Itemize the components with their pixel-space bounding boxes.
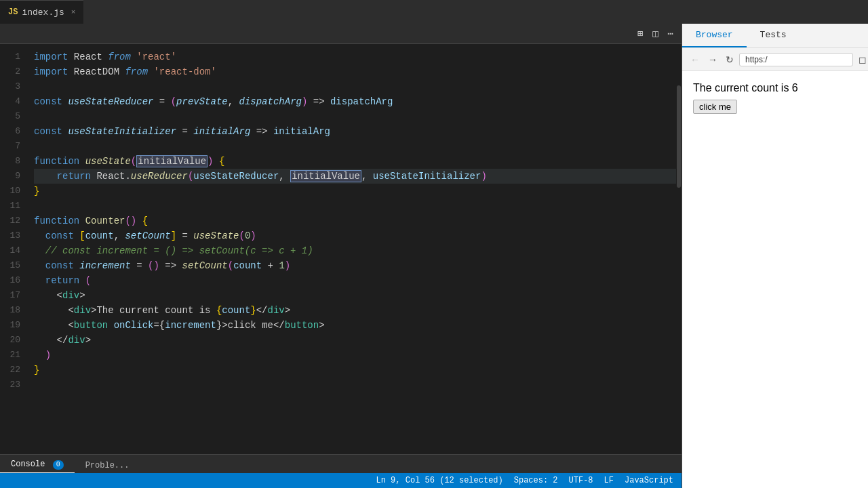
line-num-15: 15 xyxy=(0,258,20,273)
split-editor-icon[interactable]: ⊞ xyxy=(635,26,646,41)
back-button[interactable]: ← xyxy=(688,53,703,66)
code-line-23 xyxy=(34,378,676,392)
editor-area: ⊞ ◫ ⋯ 1 2 3 4 5 6 7 8 9 10 11 12 13 14 1… xyxy=(0,24,682,488)
spaces-info: Spaces: 2 xyxy=(514,476,558,485)
browser-content: The current count is 6 click me xyxy=(682,71,868,488)
bottom-panel-tabs: Console 0 Proble... xyxy=(0,454,682,473)
line-numbers: 1 2 3 4 5 6 7 8 9 10 11 12 13 14 15 16 1… xyxy=(0,44,28,454)
line-num-4: 4 xyxy=(0,94,20,109)
browser-tabs: Browser Tests xyxy=(682,24,868,48)
code-line-17: <div> xyxy=(34,288,676,303)
tab-bar: JS index.js × xyxy=(0,0,868,24)
code-line-15: const increment = () => setCount(count +… xyxy=(34,258,676,273)
code-line-2: import ReactDOM from 'react-dom' xyxy=(34,64,676,79)
code-line-16: return ( xyxy=(34,273,676,288)
line-num-2: 2 xyxy=(0,64,20,79)
line-num-14: 14 xyxy=(0,243,20,258)
right-panel: Browser Tests ← → ↻ ◻ The current count … xyxy=(682,24,868,488)
line-num-23: 23 xyxy=(0,378,20,392)
problems-tab-label: Proble... xyxy=(85,461,130,470)
code-line-6: const useStateInitializer = initialArg =… xyxy=(34,124,676,139)
scrollbar-thumb xyxy=(677,85,681,188)
code-line-4: const useStateReducer = (prevState, disp… xyxy=(34,94,676,109)
line-num-19: 19 xyxy=(0,318,20,333)
line-num-5: 5 xyxy=(0,109,20,124)
status-bar-right: Ln 9, Col 56 (12 selected) Spaces: 2 UTF… xyxy=(376,476,673,485)
language-mode: JavaScript xyxy=(625,476,673,485)
code-line-10: } xyxy=(34,184,676,199)
browser-toolbar: ← → ↻ ◻ xyxy=(682,48,868,71)
console-tab[interactable]: Console 0 xyxy=(0,457,75,473)
open-external-icon[interactable]: ◻ xyxy=(856,53,868,66)
line-num-18: 18 xyxy=(0,303,20,318)
line-num-6: 6 xyxy=(0,124,20,139)
editor-tab-index-js[interactable]: JS index.js × xyxy=(0,0,83,24)
line-num-11: 11 xyxy=(0,199,20,214)
line-num-8: 8 xyxy=(0,154,20,169)
tab-browser[interactable]: Browser xyxy=(682,24,747,47)
click-me-button[interactable]: click me xyxy=(693,100,737,114)
line-ending: LF xyxy=(604,476,614,485)
code-line-7 xyxy=(34,139,676,154)
line-num-7: 7 xyxy=(0,139,20,154)
line-num-10: 10 xyxy=(0,184,20,199)
line-num-3: 3 xyxy=(0,79,20,94)
code-line-19: <button onClick={increment}>click me</bu… xyxy=(34,318,676,333)
line-num-22: 22 xyxy=(0,363,20,378)
code-line-22: } xyxy=(34,363,676,378)
code-line-5 xyxy=(34,109,676,124)
line-num-20: 20 xyxy=(0,333,20,348)
refresh-button[interactable]: ↻ xyxy=(723,53,736,66)
line-num-1: 1 xyxy=(0,49,20,64)
line-num-17: 17 xyxy=(0,288,20,303)
code-line-8: function useState(initialValue) { xyxy=(34,154,676,169)
encoding-info: UTF-8 xyxy=(569,476,593,485)
code-line-12: function Counter() { xyxy=(34,214,676,228)
forward-button[interactable]: → xyxy=(705,53,720,66)
tab-filename: index.js xyxy=(22,7,64,18)
tab-tests[interactable]: Tests xyxy=(747,24,800,47)
status-bar: Ln 9, Col 56 (12 selected) Spaces: 2 UTF… xyxy=(0,473,682,488)
console-badge: 0 xyxy=(53,460,64,470)
tests-tab-label: Tests xyxy=(760,30,787,40)
code-line-3 xyxy=(34,79,676,94)
code-line-14: // const increment = () => setCount(c =>… xyxy=(34,243,676,258)
code-editor[interactable]: 1 2 3 4 5 6 7 8 9 10 11 12 13 14 15 16 1… xyxy=(0,44,682,454)
line-num-13: 13 xyxy=(0,228,20,243)
code-line-21: ) xyxy=(34,348,676,363)
count-display: The current count is 6 xyxy=(693,82,864,94)
panel-icon[interactable]: ◫ xyxy=(650,26,660,41)
code-line-9: return React.useReducer(useStateReducer,… xyxy=(34,169,676,184)
problems-tab[interactable]: Proble... xyxy=(75,458,140,473)
js-file-icon: JS xyxy=(8,7,18,17)
code-line-11 xyxy=(34,199,676,214)
code-line-18: <div>The current count is {count}</div> xyxy=(34,303,676,318)
line-num-21: 21 xyxy=(0,348,20,363)
code-line-13: const [count, setCount] = useState(0) xyxy=(34,228,676,243)
code-content[interactable]: import React from 'react' import ReactDO… xyxy=(28,44,676,454)
more-options-icon[interactable]: ⋯ xyxy=(665,26,676,41)
tab-close-button[interactable]: × xyxy=(71,8,76,16)
code-line-20: </div> xyxy=(34,333,676,348)
cursor-position: Ln 9, Col 56 (12 selected) xyxy=(376,476,503,485)
line-num-12: 12 xyxy=(0,214,20,228)
main-area: ⊞ ◫ ⋯ 1 2 3 4 5 6 7 8 9 10 11 12 13 14 1… xyxy=(0,24,868,488)
editor-scrollbar[interactable] xyxy=(676,44,682,454)
line-num-16: 16 xyxy=(0,273,20,288)
url-bar[interactable] xyxy=(739,53,853,66)
line-num-9: 9 xyxy=(0,169,20,184)
browser-tab-label: Browser xyxy=(696,30,733,40)
editor-toolbar: ⊞ ◫ ⋯ xyxy=(0,24,682,44)
code-line-1: import React from 'react' xyxy=(34,49,676,64)
console-tab-label: Console xyxy=(11,460,45,469)
